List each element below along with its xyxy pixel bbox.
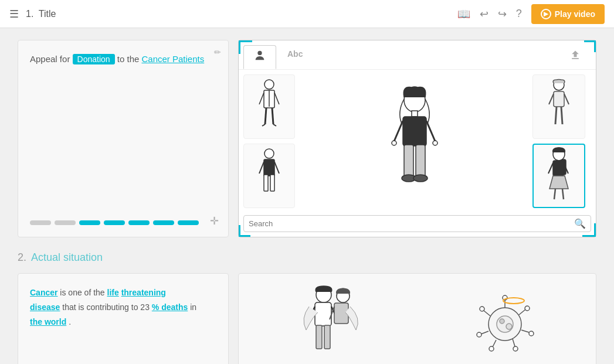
char-side-panel <box>532 74 591 208</box>
svg-point-61 <box>477 332 481 337</box>
tab-character[interactable] <box>243 45 276 69</box>
svg-line-6 <box>265 108 266 124</box>
svg-line-36 <box>548 163 553 174</box>
illustration-virus <box>473 289 537 353</box>
slide-number: 1. Title <box>26 9 56 19</box>
corner-bl <box>239 225 250 237</box>
progress-bar-3 <box>79 220 100 225</box>
slide-panel-2: Cancer is one of the life threatening di… <box>18 273 229 364</box>
progress-bar-1 <box>30 220 51 225</box>
svg-line-19 <box>394 121 403 141</box>
char-thumbs-left <box>243 74 296 208</box>
text-before: Appeal for <box>30 54 70 64</box>
svg-point-65 <box>500 319 504 324</box>
svg-line-39 <box>562 189 564 199</box>
progress-bars <box>30 220 199 225</box>
svg-point-26 <box>413 175 428 182</box>
svg-rect-17 <box>412 111 418 117</box>
topbar-right: 📖 ↩ ↪ ? ▶ Play video <box>457 4 605 24</box>
menu-icon[interactable]: ☰ <box>9 8 19 21</box>
slide-num-text: 1. <box>26 9 33 19</box>
slide-title-text: Title <box>39 9 56 19</box>
svg-line-56 <box>513 339 515 346</box>
section2-number: 2. <box>18 251 26 263</box>
section2-header: 2. Actual situation <box>18 251 596 264</box>
char-thumb-2[interactable] <box>243 144 295 208</box>
svg-line-30 <box>564 94 569 104</box>
svg-rect-24 <box>416 145 425 177</box>
topbar-left: ☰ 1. Title <box>9 8 56 21</box>
svg-point-67 <box>503 298 524 304</box>
svg-line-52 <box>519 309 525 315</box>
play-video-label: Play video <box>555 9 595 19</box>
text5: . <box>69 317 71 326</box>
character-tabs: Abc <box>239 40 596 70</box>
svg-rect-23 <box>404 145 413 177</box>
progress-bar-2 <box>55 220 76 225</box>
threatening-link[interactable]: threatening <box>121 288 166 297</box>
progress-bar-6 <box>153 220 174 225</box>
svg-line-12 <box>259 162 264 174</box>
svg-rect-14 <box>264 175 268 191</box>
svg-point-57 <box>513 346 518 351</box>
svg-line-13 <box>274 162 279 174</box>
slide-text: Appeal for Donation to the Cancer Patien… <box>30 52 216 66</box>
svg-line-29 <box>549 94 554 104</box>
search-input[interactable] <box>249 219 571 228</box>
progress-bar-4 <box>104 220 125 225</box>
the-world-link[interactable]: the world <box>30 317 66 326</box>
svg-point-10 <box>264 149 274 158</box>
pct-deaths-link[interactable]: % deaths <box>152 302 188 312</box>
text3: that is contributing to 23 <box>62 302 152 312</box>
svg-point-21 <box>392 141 396 145</box>
character-body <box>239 70 596 213</box>
book-icon[interactable]: 📖 <box>457 8 470 21</box>
text-middle: to the <box>117 54 140 64</box>
cancer-link[interactable]: Cancer <box>30 288 57 297</box>
svg-point-22 <box>433 141 437 145</box>
play-video-button[interactable]: ▶ Play video <box>531 4 605 24</box>
tab-text[interactable]: Abc <box>279 45 311 69</box>
char-search-bar[interactable]: 🔍 <box>243 215 591 232</box>
svg-rect-15 <box>270 175 274 191</box>
char-main-display[interactable] <box>301 74 528 208</box>
row2: Cancer is one of the life threatening di… <box>18 273 596 364</box>
cancer-patients-tag[interactable]: Cancer Patients <box>141 54 204 64</box>
plus-icon[interactable]: ✛ <box>210 215 219 227</box>
svg-line-54 <box>521 330 529 332</box>
play-circle-icon: ▶ <box>541 9 551 19</box>
illustration-people <box>297 283 374 359</box>
char-thumb-1[interactable] <box>243 74 295 139</box>
disease-link[interactable]: disease <box>30 302 60 312</box>
svg-line-8 <box>262 124 265 126</box>
undo-icon[interactable]: ↩ <box>480 8 489 21</box>
donation-tag: Donation <box>73 54 115 64</box>
main-content: ✏ Appeal for Donation to the Cancer Pati… <box>0 28 614 364</box>
svg-line-4 <box>259 93 264 104</box>
svg-rect-35 <box>553 161 564 176</box>
svg-rect-18 <box>403 117 426 146</box>
section2-title: Actual situation <box>31 251 103 263</box>
svg-rect-47 <box>316 325 322 349</box>
svg-line-32 <box>561 107 562 124</box>
svg-line-58 <box>493 340 496 347</box>
svg-point-1 <box>264 80 274 89</box>
corner-tr <box>584 40 596 52</box>
search-icon: 🔍 <box>574 218 586 229</box>
progress-bar-7 <box>178 220 199 225</box>
life-link[interactable]: life <box>107 288 119 297</box>
svg-line-31 <box>555 107 557 124</box>
svg-rect-11 <box>264 159 274 176</box>
edit-icon[interactable]: ✏ <box>214 47 221 57</box>
char-side-thumb-1[interactable] <box>532 74 585 139</box>
topbar: ☰ 1. Title 📖 ↩ ↪ ? ▶ Play video <box>0 0 614 28</box>
svg-point-55 <box>529 331 534 336</box>
help-icon[interactable]: ? <box>516 8 522 20</box>
text1: is one of the <box>60 288 107 297</box>
illustration-panel <box>238 273 596 364</box>
char-side-thumb-2[interactable] <box>532 144 585 208</box>
svg-point-53 <box>525 306 530 311</box>
svg-point-66 <box>506 324 512 329</box>
svg-line-62 <box>484 311 490 316</box>
redo-icon[interactable]: ↪ <box>498 8 507 21</box>
